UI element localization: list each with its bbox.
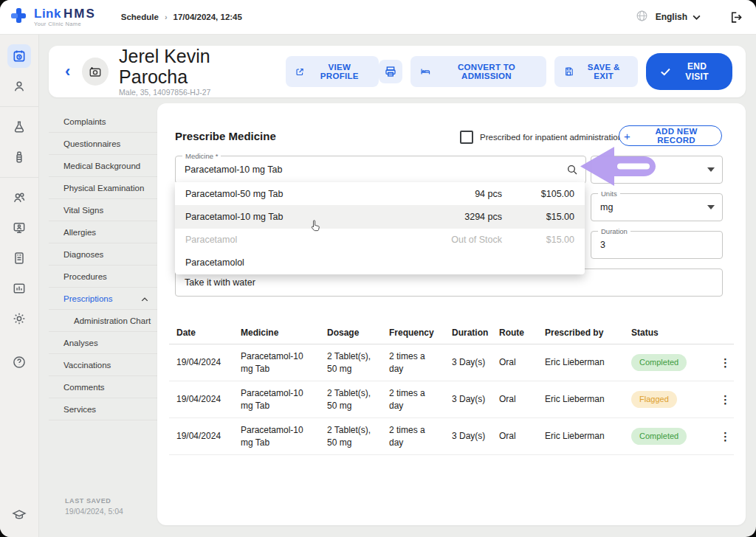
menu-item-diagnoses[interactable]: Diagnoses: [49, 243, 157, 266]
menu-item-prescriptions[interactable]: Prescriptions: [49, 288, 157, 310]
patient-header-card: ‹ Jerel Kevin Parocha Male, 35, 14097856…: [49, 46, 746, 97]
table-row: 19/04/2024 Paracetamol-10 mg Tab 2 Table…: [169, 381, 734, 418]
dropdown-arrow-icon: [707, 167, 715, 172]
rail-item-kiosk[interactable]: [7, 216, 31, 240]
menu-item-analyses[interactable]: Analyses: [49, 332, 157, 354]
brand-tagline: Your Clinic Name: [34, 21, 96, 27]
units-field-value: mg: [600, 202, 613, 212]
medicine-results-dropdown: Paracetamol-50 mg Tab 94 pcs $105.00 Par…: [175, 182, 585, 274]
medicine-bottle-icon: [12, 150, 27, 164]
check-icon: [661, 68, 670, 76]
logout-button[interactable]: [729, 10, 743, 24]
menu-item-allergies[interactable]: Allergies: [49, 221, 157, 243]
rail-divider: [0, 106, 38, 107]
dropdown-arrow-icon: [707, 205, 715, 209]
status-badge: Flagged: [631, 391, 677, 408]
chevron-down-icon: [693, 15, 701, 20]
menu-item-procedures[interactable]: Procedures: [49, 266, 157, 288]
print-icon: [385, 66, 396, 77]
menu-item-vital-signs[interactable]: Vital Signs: [49, 199, 157, 221]
last-saved-value: 19/04/2024, 5:04: [65, 507, 123, 516]
menu-item-physical-examination[interactable]: Physical Examination: [49, 177, 157, 199]
medicine-option-out-of-stock: Paracetamol Out of Stock $15.00: [175, 229, 585, 252]
graduation-cap-icon: [12, 507, 27, 522]
duration-field-value: 3: [600, 240, 605, 250]
help-icon: [12, 355, 27, 370]
medicine-field-label: Medicine *: [182, 152, 221, 160]
rail-item-learning[interactable]: [7, 503, 31, 527]
units-select[interactable]: Units mg: [591, 193, 723, 221]
patient-name: Jerel Kevin Parocha: [119, 46, 274, 87]
brand-logo[interactable]: LinkHMS Your Clinic Name: [9, 6, 96, 28]
dose-form-select[interactable]: [591, 156, 723, 184]
breadcrumb-separator-icon: ›: [165, 13, 168, 21]
medicine-option[interactable]: Paracetamol-50 mg Tab 94 pcs $105.00: [175, 182, 585, 205]
row-menu-kebab-icon[interactable]: ⋮: [717, 430, 734, 443]
rail-item-billing[interactable]: [7, 246, 31, 270]
invoice-icon: [12, 251, 27, 266]
breadcrumb: Schedule › 17/04/2024, 12:45: [121, 13, 242, 21]
rail-item-patients[interactable]: [7, 75, 31, 98]
breadcrumb-current: 17/04/2024, 12:45: [173, 13, 242, 21]
add-new-record-button[interactable]: + ADD NEW RECORD: [619, 125, 722, 146]
menu-item-complaints[interactable]: Complaints: [49, 111, 157, 133]
status-badge: Completed: [631, 354, 687, 371]
patient-avatar[interactable]: [82, 58, 109, 86]
row-menu-kebab-icon[interactable]: ⋮: [717, 356, 734, 370]
logout-icon: [729, 10, 743, 24]
menu-item-comments[interactable]: Comments: [49, 376, 157, 398]
rail-item-pharmacy[interactable]: [7, 145, 31, 169]
table-row: 19/04/2024 Paracetamol-10 mg Tab 2 Table…: [169, 418, 734, 455]
inpatient-checkbox[interactable]: [460, 131, 473, 144]
rail-item-schedule[interactable]: [7, 44, 31, 68]
app-window: LinkHMS Your Clinic Name Schedule › 17/0…: [0, 0, 756, 537]
back-chevron-icon[interactable]: ‹: [65, 63, 70, 80]
last-saved: LAST SAVED 19/04/2024, 5:04: [65, 497, 123, 516]
medicine-option[interactable]: Paracetamolol: [175, 252, 585, 274]
units-field-label: Units: [598, 190, 620, 198]
table-row: 19/04/2024 Paracetamol-10 mg Tab 2 Table…: [169, 344, 734, 381]
save-and-exit-button[interactable]: SAVE & EXIT: [554, 56, 638, 87]
rail-item-reports[interactable]: [7, 277, 31, 300]
end-visit-button[interactable]: END VISIT: [646, 53, 732, 90]
lab-flask-icon: [12, 119, 27, 134]
settings-gear-icon: [12, 311, 27, 326]
last-saved-label: LAST SAVED: [65, 497, 123, 505]
patient-meta: Male, 35, 14097856-HJ-27: [119, 88, 274, 97]
chevron-up-icon: [141, 294, 148, 303]
table-header-row: Date Medicine Dosage Frequency Duration …: [169, 322, 734, 344]
plus-icon: +: [624, 130, 630, 142]
menu-item-questionnaires[interactable]: Questionnaires: [49, 133, 157, 155]
print-button[interactable]: [379, 60, 402, 83]
schedule-icon: [12, 49, 27, 63]
menu-item-vaccinations[interactable]: Vaccinations: [49, 354, 157, 376]
camera-icon: [89, 65, 102, 78]
plus-logo-icon: [9, 6, 28, 28]
view-profile-button[interactable]: VIEW PROFILE: [286, 56, 379, 87]
breadcrumb-section[interactable]: Schedule: [121, 13, 159, 21]
menu-item-services[interactable]: Services: [49, 398, 157, 420]
menu-item-administration-chart[interactable]: Administration Chart: [49, 310, 157, 332]
staff-group-icon: [12, 190, 27, 205]
rail-item-help[interactable]: [7, 350, 31, 374]
nav-rail: [0, 34, 39, 537]
search-icon[interactable]: [566, 164, 578, 176]
language-selector[interactable]: English: [656, 12, 701, 22]
top-bar: LinkHMS Your Clinic Name Schedule › 17/0…: [0, 0, 756, 35]
save-icon: [564, 66, 574, 77]
rail-item-staff[interactable]: [7, 186, 31, 209]
language-label: English: [656, 12, 687, 22]
convert-to-admission-button[interactable]: CONVERT TO ADMISSION: [410, 56, 546, 87]
rail-item-settings[interactable]: [7, 307, 31, 330]
duration-input[interactable]: Duration 3: [591, 231, 723, 259]
monitor-person-icon: [12, 221, 27, 235]
menu-item-medical-background[interactable]: Medical Background: [49, 155, 157, 177]
report-chart-icon: [12, 281, 27, 296]
medicine-option-hovered[interactable]: Paracetamol-10 mg Tab 3294 pcs $15.00: [175, 205, 585, 228]
section-title: Prescribe Medicine: [175, 130, 276, 142]
inpatient-checkbox-label: Prescribed for inpatient administration: [480, 133, 622, 142]
row-menu-kebab-icon[interactable]: ⋮: [717, 393, 734, 406]
external-link-icon: [295, 67, 304, 77]
rail-item-lab[interactable]: [7, 115, 31, 139]
medicine-search-input[interactable]: Medicine * Paracetamol-10 mg Tab: [175, 156, 586, 184]
